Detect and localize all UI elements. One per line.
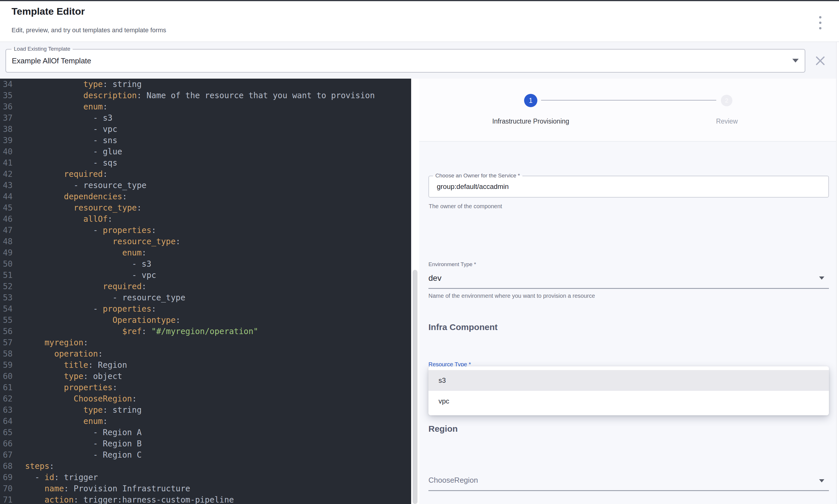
step-2-label: Review: [698, 118, 756, 125]
line-number: 60: [0, 371, 25, 382]
line-number: 66: [0, 438, 25, 449]
choose-region-underline: [428, 490, 829, 491]
line-number: 43: [0, 180, 25, 191]
line-number: 70: [0, 483, 25, 494]
code-line: 49 enum:: [0, 247, 411, 258]
step-2-indicator[interactable]: 2: [721, 95, 732, 106]
page-header: Template Editor Edit, preview, and try o…: [0, 1, 839, 42]
close-icon[interactable]: [815, 56, 825, 66]
load-template-select[interactable]: [5, 49, 805, 73]
code-line: 47 - properties:: [0, 224, 411, 236]
line-number: 57: [0, 337, 25, 348]
code-line: 36 enum:: [0, 101, 411, 112]
code-line: 34 type: string: [0, 79, 411, 90]
owner-label: Choose an Owner for the Service *: [433, 172, 522, 179]
page-subtitle: Edit, preview, and try out templates and…: [12, 26, 166, 34]
line-number: 69: [0, 472, 25, 483]
line-number: 64: [0, 416, 25, 427]
infra-component-heading: Infra Component: [428, 322, 498, 332]
line-number: 61: [0, 382, 25, 393]
environment-type-select[interactable]: dev: [428, 274, 441, 283]
line-number: 34: [0, 79, 25, 90]
code-line: 37 - s3: [0, 112, 411, 124]
line-number: 41: [0, 157, 25, 168]
chevron-down-icon: [819, 479, 824, 482]
code-line: 48 resource_type:: [0, 236, 411, 247]
code-line: 46 allOf:: [0, 213, 411, 224]
line-number: 52: [0, 281, 25, 292]
template-form-panel: [419, 79, 836, 504]
owner-value: group:default/accadmin: [437, 183, 509, 191]
code-line: 45 resource_type:: [0, 202, 411, 213]
line-number: 59: [0, 359, 25, 371]
code-line: 60 type: object: [0, 371, 411, 382]
choose-region-select[interactable]: ChooseRegion: [428, 476, 478, 485]
code-line: 35 description: Name of the resource tha…: [0, 90, 411, 101]
stepper-connector: [541, 100, 716, 101]
line-number: 38: [0, 124, 25, 135]
line-number: 35: [0, 90, 25, 101]
code-line: 65 - Region A: [0, 427, 411, 438]
line-number: 62: [0, 393, 25, 404]
line-number: 45: [0, 202, 25, 213]
code-line: 38 - vpc: [0, 124, 411, 135]
line-number: 65: [0, 427, 25, 438]
code-line: 56 $ref: "#/myregion/operation": [0, 326, 411, 337]
code-line: 64 enum:: [0, 416, 411, 427]
step-1-indicator[interactable]: 1: [524, 94, 537, 107]
chevron-down-icon: [819, 276, 824, 280]
code-line: 67 - Region C: [0, 449, 411, 461]
line-number: 55: [0, 314, 25, 326]
window-scrollbar-track[interactable]: [836, 42, 839, 504]
resource-type-menu: s3vpc: [428, 366, 829, 415]
resource-type-option-vpc[interactable]: vpc: [428, 391, 829, 412]
line-number: 53: [0, 292, 25, 303]
owner-helper-text: The owner of the component: [429, 203, 502, 210]
more-options-icon[interactable]: [817, 16, 823, 29]
environment-helper-text: Name of the environment where you want t…: [428, 293, 595, 299]
yaml-code-editor[interactable]: 34 type: string35 description: Name of t…: [0, 79, 411, 504]
line-number: 58: [0, 348, 25, 359]
line-number: 68: [0, 461, 25, 472]
code-line: 71 action: trigger:harness-custom-pipeli…: [0, 494, 411, 504]
region-heading: Region: [428, 424, 458, 434]
environment-type-underline: [428, 288, 829, 289]
code-line: 55 Operationtype:: [0, 314, 411, 326]
code-line: 51 - vpc: [0, 270, 411, 281]
code-line: 68steps:: [0, 461, 411, 472]
line-number: 71: [0, 494, 25, 504]
line-number: 36: [0, 101, 25, 112]
code-line: 39 - sns: [0, 135, 411, 146]
code-line: 70 name: Provision Infrastructure: [0, 483, 411, 494]
code-line: 62 ChooseRegion:: [0, 393, 411, 404]
line-number: 48: [0, 236, 25, 247]
code-line: 61 properties:: [0, 382, 411, 393]
code-line: 69 - id: trigger: [0, 472, 411, 483]
code-line: 58 operation:: [0, 348, 411, 359]
line-number: 56: [0, 326, 25, 337]
load-template-value: Example AllOf Template: [12, 56, 91, 65]
resource-type-option-s3[interactable]: s3: [428, 370, 829, 391]
line-number: 63: [0, 404, 25, 416]
stepper: [419, 79, 836, 142]
code-line: 42 required:: [0, 168, 411, 180]
environment-type-label: Environment Type *: [428, 261, 476, 268]
line-number: 46: [0, 213, 25, 224]
step-1-label: Infrastructure Provisioning: [473, 118, 588, 125]
line-number: 42: [0, 168, 25, 180]
line-number: 54: [0, 303, 25, 314]
editor-scrollbar-thumb[interactable]: [413, 270, 417, 504]
page-title: Template Editor: [12, 6, 85, 17]
line-number: 67: [0, 449, 25, 461]
line-number: 49: [0, 247, 25, 258]
line-number: 47: [0, 224, 25, 236]
chevron-down-icon[interactable]: [792, 59, 799, 62]
line-number: 40: [0, 146, 25, 157]
template-loader-section: Load Existing Template Example AllOf Tem…: [0, 42, 839, 79]
code-line: 54 - properties:: [0, 303, 411, 314]
code-line: 57 myregion:: [0, 337, 411, 348]
line-number: 44: [0, 191, 25, 202]
line-number: 51: [0, 270, 25, 281]
code-line: 43 - resource_type: [0, 180, 411, 191]
line-number: 50: [0, 258, 25, 270]
